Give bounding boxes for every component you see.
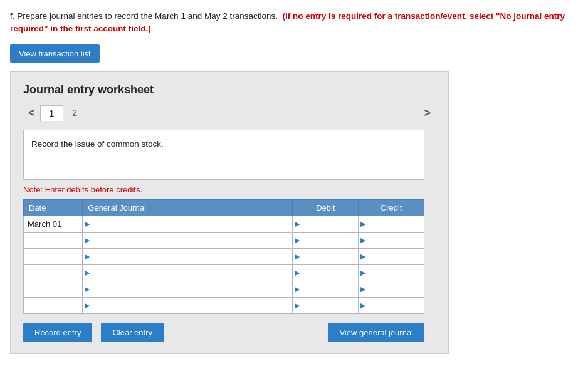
table-row-debit-0[interactable]: ▶ <box>293 216 359 232</box>
row-arrow-journal-5: ▶ <box>83 301 92 310</box>
debit-input-3[interactable] <box>302 265 358 281</box>
record-entry-button[interactable]: Record entry <box>23 323 92 342</box>
table-row-date-1 <box>24 232 83 248</box>
row-arrow-credit-4: ▶ <box>359 285 367 293</box>
description-text: Record the issue of common stock. <box>31 139 164 149</box>
row-arrow-credit-5: ▶ <box>359 301 367 310</box>
row-arrow-credit-0: ▶ <box>359 220 367 228</box>
credit-input-0[interactable] <box>367 216 424 232</box>
row-arrow-debit-3: ▶ <box>293 269 302 277</box>
table-row-debit-5[interactable]: ▶ <box>293 297 359 313</box>
row-arrow-debit-5: ▶ <box>293 301 302 310</box>
view-transaction-button[interactable]: View transaction list <box>10 44 100 63</box>
credit-input-4[interactable] <box>367 281 424 297</box>
worksheet-title: Journal entry worksheet <box>23 83 436 97</box>
row-arrow-journal-4: ▶ <box>83 285 92 293</box>
journal-input-4[interactable] <box>92 281 292 297</box>
tab-1[interactable]: 1 <box>40 105 64 121</box>
clear-entry-button[interactable]: Clear entry <box>101 323 164 342</box>
tab-2[interactable]: 2 <box>63 105 86 120</box>
row-arrow-debit-4: ▶ <box>293 285 302 293</box>
row-arrow-debit-2: ▶ <box>293 253 302 261</box>
table-row-journal-3[interactable]: ▶ <box>83 264 293 281</box>
journal-input-1[interactable] <box>92 233 292 248</box>
row-arrow-journal-0: ▶ <box>83 220 92 228</box>
note-text: Note: Enter debits before credits. <box>23 185 436 194</box>
tab-nav-row: < 1 2 > <box>23 105 436 121</box>
journal-input-0[interactable] <box>92 216 292 232</box>
table-row-credit-3[interactable]: ▶ <box>359 264 424 281</box>
table-row-journal-2[interactable]: ▶ <box>83 248 293 264</box>
debit-input-2[interactable] <box>302 249 358 264</box>
view-general-journal-button[interactable]: View general journal <box>328 323 424 342</box>
row-arrow-credit-3: ▶ <box>359 269 367 277</box>
description-box: Record the issue of common stock. <box>23 130 424 180</box>
table-row-debit-4[interactable]: ▶ <box>293 281 359 297</box>
table-row-credit-5[interactable]: ▶ <box>359 297 424 313</box>
debit-input-1[interactable] <box>302 233 358 248</box>
row-arrow-journal-2: ▶ <box>83 253 92 261</box>
table-row-journal-5[interactable]: ▶ <box>83 297 293 313</box>
next-tab-button[interactable]: > <box>419 105 436 121</box>
instruction-text: f. Prepare journal entries to record the… <box>10 10 578 36</box>
table-row-debit-2[interactable]: ▶ <box>293 248 359 264</box>
journal-table: Date General Journal Debit Credit March … <box>23 199 424 314</box>
credit-input-3[interactable] <box>367 265 424 281</box>
row-arrow-credit-1: ▶ <box>359 236 367 244</box>
table-row-credit-0[interactable]: ▶ <box>359 216 424 232</box>
table-row-date-2 <box>24 248 83 264</box>
credit-input-5[interactable] <box>367 298 424 313</box>
table-row-credit-1[interactable]: ▶ <box>359 232 424 248</box>
debit-input-0[interactable] <box>302 216 358 232</box>
journal-input-3[interactable] <box>92 265 292 281</box>
col-debit: Debit <box>293 199 359 216</box>
worksheet-container: Journal entry worksheet < 1 2 > Record t… <box>10 71 449 354</box>
table-row-journal-4[interactable]: ▶ <box>83 281 293 297</box>
row-arrow-journal-3: ▶ <box>83 269 92 277</box>
table-row-journal-0[interactable]: ▶ <box>83 216 293 232</box>
instruction-prefix: f. Prepare journal entries to record the… <box>10 11 278 21</box>
table-row-debit-3[interactable]: ▶ <box>293 264 359 281</box>
col-date: Date <box>24 199 83 216</box>
table-row-date-0: March 01 <box>24 216 83 232</box>
journal-input-2[interactable] <box>92 249 292 264</box>
debit-input-5[interactable] <box>302 298 358 313</box>
debit-input-4[interactable] <box>302 281 358 297</box>
table-row-date-4 <box>24 281 83 297</box>
row-arrow-debit-0: ▶ <box>293 220 302 228</box>
col-general-journal: General Journal <box>83 199 293 216</box>
table-row-date-5 <box>24 297 83 313</box>
row-arrow-debit-1: ▶ <box>293 236 302 244</box>
table-row-credit-4[interactable]: ▶ <box>359 281 424 297</box>
credit-input-2[interactable] <box>367 249 424 264</box>
table-row-debit-1[interactable]: ▶ <box>293 232 359 248</box>
table-row-date-3 <box>24 264 83 281</box>
row-arrow-credit-2: ▶ <box>359 253 367 261</box>
journal-input-5[interactable] <box>92 298 292 313</box>
prev-tab-button[interactable]: < <box>23 105 40 121</box>
row-arrow-journal-1: ▶ <box>83 236 92 244</box>
credit-input-1[interactable] <box>367 233 424 248</box>
table-row-journal-1[interactable]: ▶ <box>83 232 293 248</box>
table-row-credit-2[interactable]: ▶ <box>359 248 424 264</box>
buttons-row: Record entry Clear entry View general jo… <box>23 323 424 342</box>
col-credit: Credit <box>359 199 424 216</box>
